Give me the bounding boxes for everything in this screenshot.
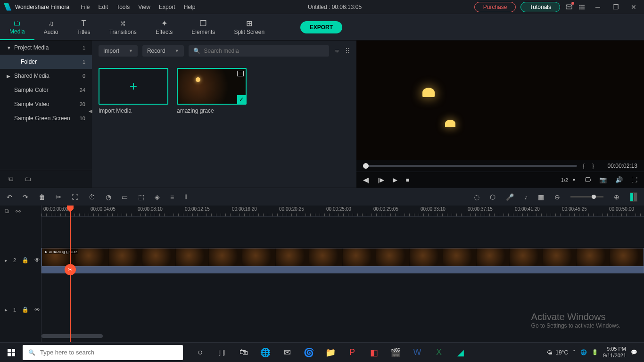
import-thumb[interactable]: + [99, 68, 168, 105]
adjust-icon[interactable]: ≡ [170, 193, 174, 201]
filter-icon[interactable]: ⫧ [334, 47, 340, 55]
motion-track-icon[interactable]: ⬚ [138, 193, 144, 201]
mail-icon[interactable]: ✉ [277, 343, 297, 362]
stop-icon[interactable]: ■ [406, 176, 410, 183]
weather-widget[interactable]: 🌤 19°C [547, 349, 568, 356]
crop-icon[interactable]: ⛶ [72, 193, 78, 201]
volume-icon[interactable]: 🔊 [615, 176, 623, 183]
voiceover-icon[interactable]: 🎤 [506, 193, 514, 201]
split-cursor-icon[interactable]: ✂ [65, 264, 76, 275]
excel-icon[interactable]: X [429, 343, 449, 362]
display-icon[interactable]: 🖵 [585, 176, 591, 183]
explorer-icon[interactable]: 📁 [321, 343, 340, 362]
close-button[interactable]: ✕ [627, 3, 640, 11]
menu-export[interactable]: Export [159, 4, 175, 10]
new-folder-icon[interactable]: ⧉ [8, 175, 13, 183]
media-clip-card[interactable]: ✓ amazing grace [177, 68, 247, 114]
color-icon[interactable]: ◔ [106, 193, 111, 201]
visibility-icon[interactable]: 👁 [34, 257, 40, 263]
preview-ratio-dropdown[interactable]: 1/2 ▼ [561, 177, 576, 183]
minimize-button[interactable]: ─ [591, 3, 604, 11]
redo-icon[interactable]: ↷ [23, 193, 28, 201]
store-icon[interactable]: 🛍 [234, 343, 254, 362]
clip-thumb[interactable]: ✓ [177, 68, 247, 105]
zoom-fit-icon[interactable] [630, 192, 637, 202]
tutorials-button[interactable]: Tutorials [520, 2, 560, 12]
audio-mixer-icon[interactable]: ♪ [524, 193, 528, 201]
message-icon[interactable] [565, 3, 573, 11]
play-icon[interactable]: ▶ [393, 176, 397, 183]
mixer-icon[interactable]: ▦ [538, 193, 544, 201]
menu-file[interactable]: File [81, 4, 90, 10]
clock[interactable]: 9:05 PM 9/11/2021 [603, 346, 626, 358]
folder-icon[interactable]: 🗀 [25, 175, 31, 183]
grid-view-icon[interactable]: ⠿ [345, 47, 350, 55]
lock-icon[interactable]: 🔒 [22, 306, 29, 313]
sidebar-collapse-icon[interactable]: ◀ [89, 108, 92, 114]
seek-slider[interactable] [363, 165, 577, 167]
export-button[interactable]: EXPORT [300, 21, 342, 33]
task-view-icon[interactable]: ⫿⫿ [212, 343, 232, 362]
speed-icon[interactable]: ⏱ [89, 193, 95, 201]
sidebar-item-project-media[interactable]: ▼ Project Media 1 [0, 41, 92, 55]
sidebar-item-sample-video[interactable]: Sample Video 20 [0, 97, 92, 111]
seek-thumb[interactable] [363, 163, 369, 169]
cortana-icon[interactable]: ○ [190, 343, 210, 362]
render-icon[interactable]: ◌ [474, 193, 479, 201]
network-icon[interactable]: 🌐 [580, 349, 587, 355]
record-dropdown[interactable]: Record ▼ [142, 45, 184, 57]
chrome-icon[interactable]: 🌐 [256, 343, 275, 362]
timeline-clip[interactable]: ▸amazing grace [41, 248, 644, 267]
link-icon[interactable]: ⚯ [16, 208, 21, 215]
lock-icon[interactable]: 🔒 [22, 257, 29, 263]
menu-view[interactable]: View [138, 4, 150, 10]
menu-help[interactable]: Help [184, 4, 196, 10]
horizontal-scrollbar[interactable] [41, 334, 103, 338]
tab-media[interactable]: 🗀 Media [0, 14, 34, 40]
tab-splitscreen[interactable]: ⊞ Split Screen [224, 14, 274, 40]
time-ruler[interactable]: 00:00:00:00 00:00:04:05 00:00:08:10 00:0… [41, 206, 644, 217]
maximize-button[interactable]: ❐ [609, 3, 622, 11]
taskbar-search[interactable]: 🔍 [23, 345, 183, 360]
mark-out-icon[interactable]: } [592, 163, 594, 169]
search-input[interactable] [204, 48, 324, 54]
import-media-card[interactable]: + Import Media [99, 68, 168, 114]
search-media-box[interactable]: 🔍 [189, 45, 329, 57]
zoom-slider[interactable] [570, 196, 603, 197]
play-pause-icon[interactable]: |▶ [378, 176, 384, 183]
marker-icon[interactable]: ⬡ [490, 193, 495, 201]
prev-frame-icon[interactable]: ◀| [363, 176, 369, 183]
menu-edit[interactable]: Edit [99, 4, 108, 10]
purchase-button[interactable]: Purchase [474, 2, 516, 12]
delete-icon[interactable]: 🗑 [39, 193, 45, 201]
zoom-out-icon[interactable]: ⊖ [554, 193, 560, 201]
sidebar-item-sample-color[interactable]: Sample Color 24 [0, 83, 92, 97]
split-icon[interactable]: ✂ [56, 193, 61, 201]
keyframe-icon[interactable]: ◈ [155, 193, 160, 201]
import-dropdown[interactable]: Import ▼ [99, 45, 138, 57]
list-icon[interactable] [578, 3, 586, 11]
tray-chevron-icon[interactable]: ˄ [573, 349, 576, 355]
snapshot-icon[interactable]: 📷 [599, 176, 607, 183]
tab-elements[interactable]: ❒ Elements [182, 14, 224, 40]
taskbar-search-input[interactable] [40, 349, 177, 356]
tracks-menu-icon[interactable]: ⧉ [5, 207, 9, 215]
filmora-icon[interactable]: ◢ [451, 343, 471, 362]
pdf-icon[interactable]: P [342, 343, 362, 362]
word-icon[interactable]: W [407, 343, 427, 362]
battery-icon[interactable]: 🔋 [592, 349, 598, 355]
mark-in-icon[interactable]: { [583, 163, 585, 169]
app-icon[interactable]: ◧ [364, 343, 384, 362]
zoom-in-icon[interactable]: ⊕ [614, 193, 619, 201]
start-button[interactable] [0, 343, 23, 362]
sidebar-item-folder[interactable]: Folder 1 [0, 55, 92, 69]
audio-sync-icon[interactable]: ⦀ [184, 193, 187, 201]
sidebar-item-shared-media[interactable]: ▶ Shared Media 0 [0, 69, 92, 83]
green-screen-icon[interactable]: ▭ [122, 193, 128, 201]
tab-effects[interactable]: ✦ Effects [146, 14, 182, 40]
tab-transitions[interactable]: ⤭ Transitions [100, 14, 146, 40]
sidebar-item-sample-green-screen[interactable]: Sample Green Screen 10 [0, 111, 92, 125]
video-icon[interactable]: 🎬 [386, 343, 405, 362]
visibility-icon[interactable]: 👁 [34, 306, 40, 313]
tab-titles[interactable]: T Titles [67, 14, 99, 40]
